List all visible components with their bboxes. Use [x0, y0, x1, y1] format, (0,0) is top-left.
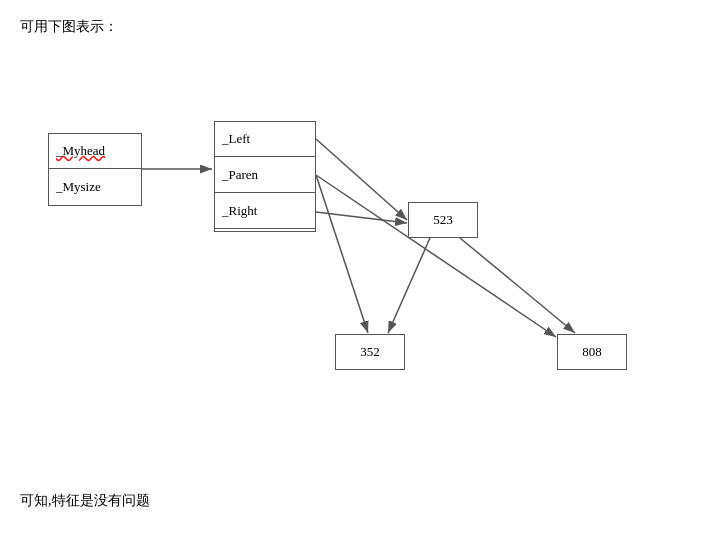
- mysize-item: _Mysize: [48, 169, 142, 205]
- mysize-label: _Mysize: [56, 179, 101, 195]
- page: 可用下图表示： _Myhead _Mysize _Left _Paren _Ri…: [0, 0, 709, 528]
- arrow-paren-to-352: [316, 175, 368, 333]
- myhead-item: _Myhead: [48, 133, 142, 169]
- paren-item: _Paren: [214, 157, 316, 193]
- intro-text: 可用下图表示：: [20, 18, 689, 36]
- arrows-svg: [20, 54, 690, 484]
- node-523: 523: [408, 202, 478, 238]
- arrow-left-to-523: [316, 139, 407, 220]
- footer-text: 可知,特征是没有问题: [20, 492, 689, 510]
- node-808: 808: [557, 334, 627, 370]
- paren-label: _Paren: [222, 167, 258, 183]
- myhead-label: _Myhead: [56, 143, 105, 159]
- arrow-paren-to-808: [316, 175, 556, 337]
- arrow-right-to-523: [316, 212, 407, 223]
- left-item: _Left: [214, 121, 316, 157]
- arrow-523-to-808: [460, 238, 575, 333]
- right-item: _Right: [214, 193, 316, 229]
- right-label: _Right: [222, 203, 257, 219]
- arrow-523-to-352: [388, 238, 430, 333]
- diagram: _Myhead _Mysize _Left _Paren _Right 523 …: [20, 54, 690, 484]
- node-352: 352: [335, 334, 405, 370]
- left-label: _Left: [222, 131, 250, 147]
